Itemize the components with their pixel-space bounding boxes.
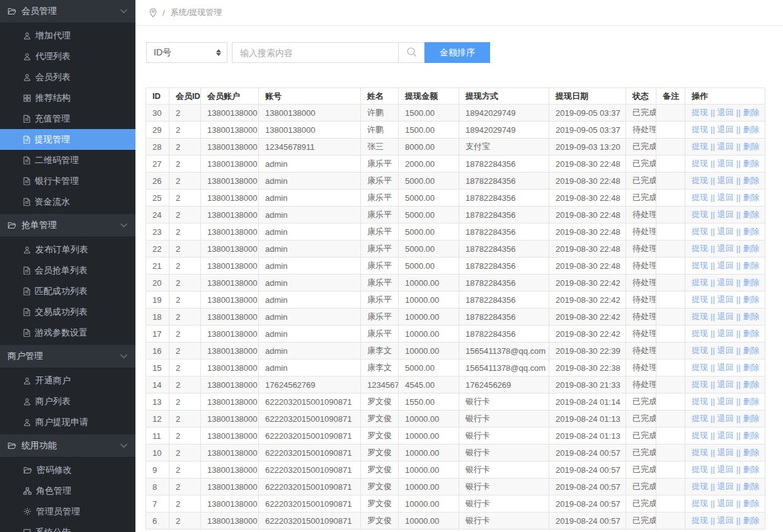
delete-link[interactable]: 删除 xyxy=(743,380,760,389)
delete-link[interactable]: 删除 xyxy=(743,261,760,270)
return-link[interactable]: 退回 xyxy=(717,312,734,321)
sidebar-item[interactable]: 开通商户 xyxy=(0,370,135,391)
delete-link[interactable]: 删除 xyxy=(743,176,760,185)
return-link[interactable]: 退回 xyxy=(717,244,734,253)
delete-link[interactable]: 删除 xyxy=(743,465,760,474)
return-link[interactable]: 退回 xyxy=(717,159,734,168)
search-field-select[interactable]: ID号 xyxy=(146,42,227,63)
withdraw-link[interactable]: 提现 xyxy=(692,261,708,270)
sidebar-group-header[interactable]: 商户管理 xyxy=(0,345,135,368)
return-link[interactable]: 退回 xyxy=(717,210,734,219)
return-link[interactable]: 退回 xyxy=(717,414,734,423)
return-link[interactable]: 退回 xyxy=(717,431,734,440)
sidebar-item[interactable]: 推荐结构 xyxy=(0,88,135,108)
return-link[interactable]: 退回 xyxy=(717,380,734,389)
search-input[interactable] xyxy=(232,42,399,63)
withdraw-link[interactable]: 提现 xyxy=(692,397,708,406)
delete-link[interactable]: 删除 xyxy=(743,482,760,491)
sidebar-item[interactable]: 二维码管理 xyxy=(0,150,135,171)
delete-link[interactable]: 删除 xyxy=(743,431,760,440)
sidebar-item[interactable]: 资金流水 xyxy=(0,191,135,212)
sidebar-item[interactable]: 游戏参数设置 xyxy=(0,322,135,343)
withdraw-link[interactable]: 提现 xyxy=(692,346,708,355)
return-link[interactable]: 退回 xyxy=(717,516,734,525)
sidebar-item[interactable]: 匹配成功列表 xyxy=(0,281,135,302)
sidebar-item[interactable]: 系统公告 xyxy=(0,522,135,532)
return-link[interactable]: 退回 xyxy=(717,278,734,287)
return-link[interactable]: 退回 xyxy=(717,465,734,474)
return-link[interactable]: 退回 xyxy=(717,108,734,117)
return-link[interactable]: 退回 xyxy=(717,363,734,372)
delete-link[interactable]: 删除 xyxy=(743,312,760,321)
return-link[interactable]: 退回 xyxy=(717,125,734,134)
sidebar-item[interactable]: 增加代理 xyxy=(0,25,135,46)
delete-link[interactable]: 删除 xyxy=(743,193,760,202)
return-link[interactable]: 退回 xyxy=(717,499,734,508)
sidebar-item[interactable]: 发布订单列表 xyxy=(0,239,135,260)
sidebar-item[interactable]: 会员列表 xyxy=(0,67,135,88)
sidebar-item[interactable]: 商户提现申请 xyxy=(0,412,135,433)
return-link[interactable]: 退回 xyxy=(717,295,734,304)
search-button[interactable] xyxy=(399,42,425,63)
delete-link[interactable]: 删除 xyxy=(743,210,760,219)
withdraw-link[interactable]: 提现 xyxy=(692,227,708,236)
sidebar-group-header[interactable]: 会员管理 xyxy=(0,0,135,23)
return-link[interactable]: 退回 xyxy=(717,329,734,338)
sidebar-item[interactable]: 交易成功列表 xyxy=(0,302,135,322)
delete-link[interactable]: 删除 xyxy=(743,278,760,287)
sidebar-item[interactable]: 商户列表 xyxy=(0,391,135,412)
return-link[interactable]: 退回 xyxy=(717,346,734,355)
withdraw-link[interactable]: 提现 xyxy=(692,482,708,491)
delete-link[interactable]: 删除 xyxy=(743,499,760,508)
withdraw-link[interactable]: 提现 xyxy=(692,312,708,321)
sidebar-item[interactable]: 管理员管理 xyxy=(0,501,135,522)
delete-link[interactable]: 删除 xyxy=(743,108,760,117)
withdraw-link[interactable]: 提现 xyxy=(692,159,708,168)
return-link[interactable]: 退回 xyxy=(717,142,734,151)
delete-link[interactable]: 删除 xyxy=(743,448,760,457)
sidebar-item[interactable]: 会员抢单列表 xyxy=(0,260,135,281)
withdraw-link[interactable]: 提现 xyxy=(692,125,708,134)
withdraw-link[interactable]: 提现 xyxy=(692,499,708,508)
sidebar-group-header[interactable]: 抢单管理 xyxy=(0,214,135,237)
withdraw-link[interactable]: 提现 xyxy=(692,363,708,372)
withdraw-link[interactable]: 提现 xyxy=(692,108,708,117)
delete-link[interactable]: 删除 xyxy=(743,516,760,525)
return-link[interactable]: 退回 xyxy=(717,176,734,185)
withdraw-link[interactable]: 提现 xyxy=(692,278,708,287)
return-link[interactable]: 退回 xyxy=(717,227,734,236)
return-link[interactable]: 退回 xyxy=(717,448,734,457)
withdraw-link[interactable]: 提现 xyxy=(692,244,708,253)
sidebar-item[interactable]: 充值管理 xyxy=(0,108,135,129)
withdraw-link[interactable]: 提现 xyxy=(692,465,708,474)
delete-link[interactable]: 删除 xyxy=(743,363,760,372)
delete-link[interactable]: 删除 xyxy=(743,329,760,338)
sidebar-item[interactable]: 代理列表 xyxy=(0,46,135,67)
return-link[interactable]: 退回 xyxy=(717,397,734,406)
withdraw-link[interactable]: 提现 xyxy=(692,448,708,457)
withdraw-link[interactable]: 提现 xyxy=(692,516,708,525)
delete-link[interactable]: 删除 xyxy=(743,295,760,304)
delete-link[interactable]: 删除 xyxy=(743,346,760,355)
return-link[interactable]: 退回 xyxy=(717,261,734,270)
delete-link[interactable]: 删除 xyxy=(743,159,760,168)
delete-link[interactable]: 删除 xyxy=(743,397,760,406)
withdraw-link[interactable]: 提现 xyxy=(692,380,708,389)
withdraw-link[interactable]: 提现 xyxy=(692,142,708,151)
return-link[interactable]: 退回 xyxy=(717,482,734,491)
delete-link[interactable]: 删除 xyxy=(743,142,760,151)
sidebar-item[interactable]: 角色管理 xyxy=(0,480,135,501)
delete-link[interactable]: 删除 xyxy=(743,414,760,423)
sidebar-group-header[interactable]: 统用功能 xyxy=(0,434,135,458)
withdraw-link[interactable]: 提现 xyxy=(692,295,708,304)
withdraw-link[interactable]: 提现 xyxy=(692,176,708,185)
delete-link[interactable]: 删除 xyxy=(743,227,760,236)
return-link[interactable]: 退回 xyxy=(717,193,734,202)
withdraw-link[interactable]: 提现 xyxy=(692,329,708,338)
sidebar-item[interactable]: 银行卡管理 xyxy=(0,171,135,191)
amount-sort-button[interactable]: 金额排序 xyxy=(425,42,490,63)
withdraw-link[interactable]: 提现 xyxy=(692,210,708,219)
withdraw-link[interactable]: 提现 xyxy=(692,193,708,202)
withdraw-link[interactable]: 提现 xyxy=(692,431,708,440)
withdraw-link[interactable]: 提现 xyxy=(692,414,708,423)
